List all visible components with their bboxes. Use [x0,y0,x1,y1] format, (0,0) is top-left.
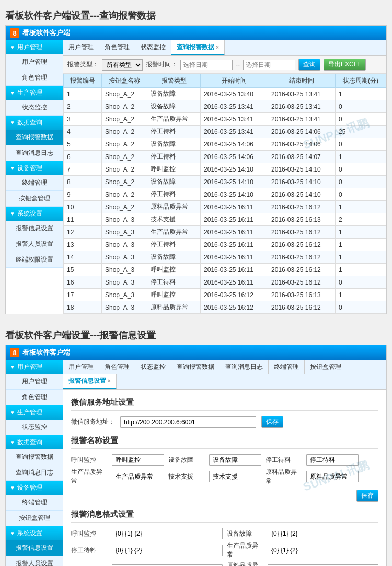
section1-title: 看板软件客户端设置---查询报警数据 [5,5,387,25]
input-hujian[interactable] [112,454,164,466]
table-cell: 0 [336,188,386,201]
sidebar-group-prod-mgmt[interactable]: ▼ 生产管理 [6,86,63,100]
table-cell: Shop_A_2 [102,176,147,188]
table-cell: 2016-03-25 14:06 [268,138,336,151]
table-cell: 停工待料 [147,276,201,289]
sidebar2-item-user[interactable]: 用户管理 [6,374,63,390]
wechat-url-input[interactable] [120,416,256,428]
sidebar-group-data-query[interactable]: ▼ 数据查询 [6,116,63,130]
table-row: 17Shop_A_3呼叫监控2016-03-25 16:122016-03-25… [64,289,386,301]
table-cell: 停工待料 [147,239,201,251]
input-shebei[interactable] [209,454,261,466]
sidebar-item-query-log[interactable]: 查询消息日志 [6,145,63,161]
table-cell: 2016-03-25 16:11 [201,201,268,213]
sidebar2-group-prod[interactable]: ▼ 生产管理 [6,405,63,420]
chevron-icon-4: ▼ [10,485,15,491]
tab2-terminal[interactable]: 终端管理 [269,360,305,374]
sidebar-group-sys-settings[interactable]: ▼ 系统设置 [6,207,63,221]
table-cell: 0 [336,113,386,126]
tab2-close-icon[interactable]: × [108,378,111,384]
alert-names-save-button[interactable]: 保存 [356,490,378,502]
table-cell: 1 [336,264,386,276]
sidebar-group-user-mgmt[interactable]: ▼ 用户管理 [6,40,63,54]
type-select[interactable]: 所有类型 [102,59,143,71]
input-shengchan[interactable] [112,471,164,482]
input-yuanliao[interactable] [306,471,359,482]
sidebar-item-query-alarm[interactable]: 查询报警数据 [6,130,63,145]
toolbar-1: 报警类型： 所有类型 报警时间： -- 查询 导出EXCEL [63,56,386,74]
label-tinggong: 停工待料 [266,456,302,465]
table-cell: 2016-03-25 14:07 [268,151,336,163]
tab-close-icon[interactable]: × [216,44,219,50]
table-cell: 设备故障 [147,138,201,151]
sidebar-item-terminal-mgmt[interactable]: 终端管理 [6,175,63,191]
table-cell: Shop_A_2 [102,100,147,113]
sidebar-item-role-mgmt[interactable]: 角色管理 [6,70,63,86]
start-date-input[interactable] [180,60,233,70]
sidebar-group-device-mgmt[interactable]: ▼ 设备管理 [6,161,63,175]
table-cell: 2016-03-25 16:12 [268,226,336,239]
fmt-label-tinggong: 停工待料 [71,546,108,555]
table-cell: 原料品质异常 [147,201,201,213]
sidebar2-group-sys[interactable]: ▼ 系统设置 [6,526,63,540]
sidebar-item-user-mgmt[interactable]: 用户管理 [6,54,63,70]
fmt-input-tinggong[interactable] [112,545,223,556]
sidebar2-group-user[interactable]: ▼ 用户管理 [6,360,63,374]
sidebar2-group-data[interactable]: ▼ 数据查询 [6,435,63,449]
table-cell: 2 [336,213,386,226]
sidebar2-item-query-log[interactable]: 查询消息日志 [6,465,63,481]
sidebar-item-alarm-info[interactable]: 报警信息设置 [6,221,63,236]
query-button[interactable]: 查询 [298,59,320,71]
sidebar2-item-terminal[interactable]: 终端管理 [6,495,63,511]
sidebar-item-status-monitor[interactable]: 状态监控 [6,100,63,116]
table-wrapper-1: 报警编号 按钮盒名称 报警类型 开始时间 结束时间 状态周期(分) 1Shop_… [63,74,386,314]
sidebar-item-terminal-auth[interactable]: 终端权限设置 [6,252,63,268]
tab-user-mgmt[interactable]: 用户管理 [63,40,99,55]
sidebar2-item-alarm-person[interactable]: 报警人员设置 [6,556,63,566]
table-cell: 停工待料 [147,151,201,163]
tab2-user[interactable]: 用户管理 [63,360,99,374]
table-cell: 14 [64,251,102,264]
table-cell: 停工待料 [147,188,201,201]
input-jishu[interactable] [209,471,261,482]
table-cell: Shop_A_2 [102,113,147,126]
tab-bar-2: 用户管理 角色管理 状态监控 查询报警数据 查询消息日志 终端管理 按钮盒管理 … [63,360,386,390]
sidebar2-item-button-box[interactable]: 按钮盒管理 [6,511,63,526]
table-cell: 0 [336,176,386,188]
table-cell: 2016-03-25 16:11 [201,264,268,276]
tab2-role[interactable]: 角色管理 [99,360,135,374]
sidebar2-item-status[interactable]: 状态监控 [6,420,63,435]
input-tinggong[interactable] [306,454,359,466]
table-row: 11Shop_A_3技术支援2016-03-25 16:112016-03-25… [64,213,386,226]
sidebar2-item-role[interactable]: 角色管理 [6,390,63,405]
tab2-log[interactable]: 查询消息日志 [220,360,269,374]
tab-query-alarm[interactable]: 查询报警数据× [171,40,225,55]
wechat-save-button[interactable]: 保存 [261,416,283,428]
sidebar-item-button-box-mgmt[interactable]: 按钮盒管理 [6,191,63,207]
format-grid: 呼叫监控 设备故障 停工待料 生产品质异常 技术支援 原料品质异常 [71,528,378,566]
table-cell: 2016-03-25 16:12 [268,301,336,314]
tab-role-mgmt[interactable]: 角色管理 [99,40,135,55]
tab2-buttonbox[interactable]: 按钮盒管理 [305,360,347,374]
sidebar2-group-device[interactable]: ▼ 设备管理 [6,481,63,495]
tab-status-monitor[interactable]: 状态监控 [135,40,171,55]
app-logo-1: 8 [10,28,19,38]
end-date-input[interactable] [243,60,295,70]
table-cell: 2 [64,100,102,113]
tab2-status[interactable]: 状态监控 [135,360,171,374]
sidebar2-item-alarm-info[interactable]: 报警信息设置 [6,540,63,556]
fmt-input-hujian[interactable] [112,528,223,539]
fmt-label-shengchan: 生产品质异常 [227,541,263,559]
table-cell: 0 [336,138,386,151]
sidebar-2: ▼ 用户管理 用户管理 角色管理 ▼ 生产管理 状态监控 ▼ 数据查询 查询报警… [6,360,63,566]
app-title-2: 看板软件客户端 [22,348,70,357]
fmt-input-shengchan[interactable] [268,545,378,556]
table-cell: 2016-03-25 14:10 [268,188,336,201]
tab2-alarm-info[interactable]: 报警信息设置× [63,374,117,389]
table-cell: 2016-03-25 16:11 [201,239,268,251]
export-excel-button[interactable]: 导出EXCEL [324,59,366,71]
fmt-input-shebei[interactable] [268,528,378,539]
sidebar-item-alarm-person[interactable]: 报警人员设置 [6,236,63,252]
tab2-alarm[interactable]: 查询报警数据 [171,360,220,374]
sidebar2-item-query-alarm[interactable]: 查询报警数据 [6,449,63,465]
